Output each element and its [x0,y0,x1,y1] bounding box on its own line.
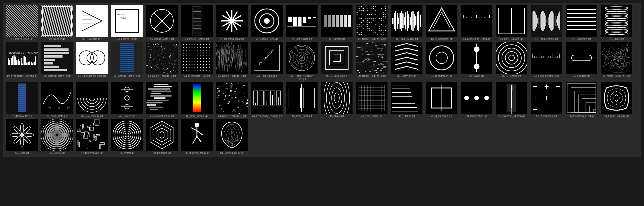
list-item[interactable]: 44_Frequency_ Tuning.gif [250,82,284,118]
svg-rect-390 [148,44,149,44]
svg-rect-461 [147,60,148,60]
svg-rect-1123 [219,105,221,107]
list-item[interactable]: 52_7_Crosses.gi f [530,82,563,118]
list-item[interactable]: 38_Fluid_Data.g if [40,82,74,118]
list-item[interactable]: 20_Corrupt_Dat a_1.gif [40,42,74,81]
svg-point-587 [183,55,184,56]
list-item[interactable]: 54_Liquid_Squa re.gif [600,82,633,118]
list-item[interactable]: 23_Noise_Textu re_2.gif [145,42,179,81]
svg-rect-1229 [391,82,422,114]
list-item[interactable]: 01_Interference .gif [5,5,39,41]
svg-rect-1163 [221,108,222,110]
file-label: 17_Channels.gif [572,38,591,41]
list-item[interactable]: 33_5_Circles.gif [495,42,528,81]
list-item[interactable]: 06_Focus_Gates .gif [180,5,214,41]
list-item[interactable]: 11_Noise_Textu re_1.gif [355,5,389,41]
svg-rect-177 [369,18,370,19]
svg-rect-484 [150,66,151,66]
list-item[interactable]: 55_Rose.gif [5,119,39,155]
svg-rect-1099 [147,100,169,101]
thumbnail [286,5,318,37]
svg-point-1335 [195,123,199,127]
svg-rect-464 [163,46,164,47]
svg-rect-938 [382,50,382,51]
list-item[interactable]: 42_Heat_Graph. gif [180,82,214,118]
list-item[interactable]: 48_Altitude.gif [390,82,424,118]
list-item[interactable]: 41_Corrupt_Pri nt.gif [145,82,179,118]
svg-rect-502 [153,44,154,45]
list-item[interactable]: 46_Ovals.gif [320,82,354,118]
list-item[interactable]: 12_Fake_Audio. gif [390,5,424,41]
list-item[interactable]: 50_Connection. gif [460,82,494,118]
list-item[interactable]: 13_3_Triangles. gif [425,5,459,41]
list-item[interactable]: 35_Pill_Box.gif [565,42,598,81]
thumbnail [461,82,492,114]
svg-rect-335 [13,55,15,65]
file-label: 53_Morphing_G rid.gif [569,115,594,118]
list-item[interactable]: 59_Hexagon.gif [145,119,179,155]
svg-rect-418 [147,48,147,49]
svg-point-966 [474,46,479,52]
list-item[interactable]: 40_Switch.gif [110,82,144,118]
list-item[interactable]: 36_Noise_Textu re_5.gif [600,42,633,81]
list-item[interactable]: 27_Radio_Frequ en cies.gif [285,42,319,81]
list-item[interactable]: 53_Morphing_G rid.gif [565,82,598,118]
list-item[interactable]: 21_Abstract_Sp aces.gif [75,42,109,81]
list-item[interactable]: 29_Noise_Textu re_4.gif [355,42,389,81]
list-item[interactable]: ROPE MIGRATION26_Text_Spin.gi f [250,42,284,81]
svg-rect-259 [414,14,415,28]
svg-point-615 [192,50,193,50]
svg-rect-568 [170,53,171,54]
list-item[interactable]: 15_Split_Square .gif [495,5,528,41]
svg-rect-222 [381,34,382,35]
svg-rect-881 [383,65,385,65]
list-item[interactable]: 37_Bandwidth.g if [5,82,39,118]
list-item[interactable]: 34_Fluid_Measu re.gif [530,42,563,81]
list-item[interactable]: 02_Danger.gif [40,5,74,41]
list-item[interactable]: 30_Chevrons.gif [390,42,424,81]
list-item[interactable]: 17_Channels.gif [565,5,598,41]
list-item[interactable]: 31_Bloodmoon. gif [425,42,459,81]
svg-rect-134 [357,12,358,13]
svg-rect-908 [361,49,363,50]
svg-point-627 [195,55,195,56]
list-item[interactable]: 47_Grid_Slider. gif [355,82,389,118]
list-item[interactable]: 51_Gradient_M orph.gif [495,82,528,118]
list-item[interactable]: 24_Measuring_ Dot.gif [180,42,214,81]
list-item[interactable]: 45_Soul_Split.gi f [285,82,319,118]
list-item[interactable]: 05_Cross_Morp h.gif [145,5,179,41]
list-item[interactable]: 49_4_Squares.g if [425,82,459,118]
list-item[interactable]: 61_Melting_De w.gif [215,119,249,155]
svg-rect-924 [377,48,380,49]
svg-rect-1127 [226,108,226,109]
list-item[interactable]: FREQUENCY OF PARANOIA19_Frequency_ Sprea… [5,42,39,81]
list-item[interactable]: 43_Noise_Textu re_6.gif [215,82,249,118]
list-item[interactable]: 25_Noise_Textu re_3.gif [215,42,249,81]
list-item[interactable]: 32_Divide.gif [460,42,494,81]
list-item[interactable]: 03_Projectile.gi f [75,5,109,41]
list-item[interactable]: 56_Vortex.gif [40,119,74,155]
list-item[interactable]: 08_Sacred_Eye. gif [250,5,284,41]
list-item[interactable]: 60_Running_Ma n.gif [180,119,214,155]
svg-point-658 [203,58,204,59]
list-item[interactable]: 57_Disintegrate .gif [75,119,109,155]
list-item[interactable]: 18_Slinky.gif [600,5,633,41]
list-item[interactable]: 10_Slanted.gif [320,5,354,41]
list-item[interactable]: 07_Opening_St ar.gif [215,5,249,41]
list-item[interactable]: 58_Portal.gif [110,119,144,155]
list-item[interactable]: 39_Mic_Pickup. gif [75,82,109,118]
svg-rect-348 [32,63,33,65]
svg-rect-175 [367,32,368,33]
list-item[interactable]: 28_3_Squares.g if [320,42,354,81]
svg-rect-1187 [251,82,283,114]
list-item[interactable]: 09_Bar_Slider.gi f [285,5,319,41]
list-item[interactable]: 1995-2021TRM04_Locked_In.gi f [110,5,144,41]
svg-point-674 [209,47,210,48]
thumbnail [601,42,632,74]
svg-rect-493 [163,63,164,64]
list-item[interactable]: 14_Measuring_ Strip.gif [460,5,494,41]
svg-rect-118 [288,17,292,22]
list-item[interactable]: 16_Frequencies .gif [530,5,563,41]
list-item[interactable]: 22_Corrupt_Dat a_2.gif [110,42,144,81]
svg-rect-941 [366,54,368,55]
